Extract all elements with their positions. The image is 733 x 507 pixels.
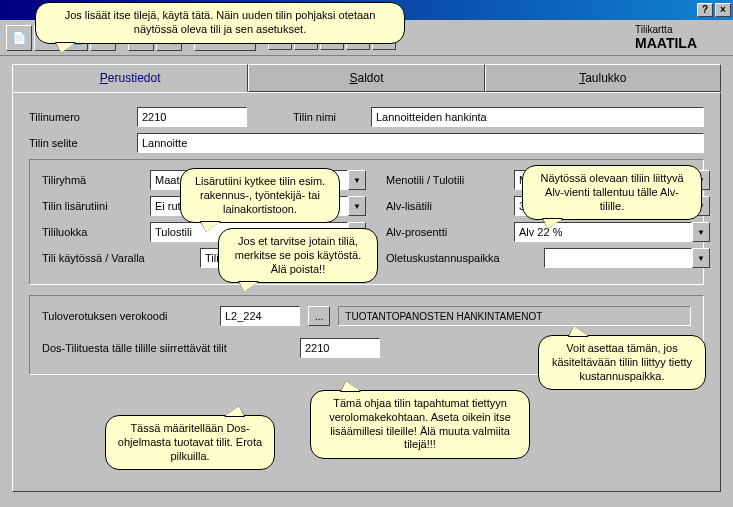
label-tiliryhma: Tiliryhmä: [42, 174, 142, 186]
help-bubble-1: Jos lisäät itse tilejä, käytä tätä. Näin…: [35, 2, 405, 44]
verokoodi-desc: TUOTANTOPANOSTEN HANKINTAMENOT: [338, 306, 691, 326]
label-oletuskustannus: Oletuskustannuspaikka: [386, 252, 536, 264]
dos-tilit-input[interactable]: [300, 338, 380, 358]
help-bubble-7: Tässä määritellään Dos-ohjelmasta tuotav…: [105, 415, 275, 470]
chevron-down-icon[interactable]: ▼: [692, 222, 710, 242]
label-tilin-nimi: Tilin nimi: [293, 111, 363, 123]
verokoodi-browse-button[interactable]: ...: [308, 306, 330, 326]
help-button[interactable]: ?: [697, 3, 713, 17]
oletuskustannus-combo[interactable]: [544, 248, 692, 268]
label-alvlisatili: Alv-lisätili: [386, 200, 506, 212]
chevron-down-icon[interactable]: ▼: [348, 196, 366, 216]
chart-label: Tilikartta: [635, 24, 697, 35]
help-bubble-2: Lisärutiini kytkee tilin esim. rakennus-…: [180, 168, 340, 223]
chevron-down-icon[interactable]: ▼: [348, 170, 366, 190]
label-lisarutiini: Tilin lisärutiini: [42, 200, 142, 212]
close-button[interactable]: ×: [715, 3, 731, 17]
help-bubble-6: Tämä ohjaa tilin tapahtumat tiettyyn ver…: [310, 390, 530, 459]
tilin-nimi-input[interactable]: [371, 107, 704, 127]
help-bubble-4: Näytössä olevaan tiliin liittyvä Alv-vie…: [522, 165, 702, 220]
tilinumero-input[interactable]: [137, 107, 247, 127]
verokoodi-input[interactable]: [220, 306, 300, 326]
label-alvprosentti: Alv-prosentti: [386, 226, 506, 238]
label-tililuokka: Tililuokka: [42, 226, 142, 238]
tab-taulukko[interactable]: Taulukko: [485, 64, 721, 92]
label-tilinumero: Tilinumero: [29, 111, 129, 123]
label-tilikaytossa: Tili käytössä / Varalla: [42, 252, 192, 264]
chart-indicator: Tilikartta MAATILA: [635, 24, 697, 51]
tab-saldot[interactable]: Saldot: [248, 64, 484, 92]
chevron-down-icon[interactable]: ▼: [692, 248, 710, 268]
label-dos-tilituesta: Dos-Tilituesta tälle tilille siirrettävä…: [42, 342, 292, 354]
alvprosentti-combo[interactable]: [514, 222, 692, 242]
label-menotili: Menotili / Tulotili: [386, 174, 506, 186]
label-tuloverotuksen: Tuloverotuksen verokoodi: [42, 310, 212, 322]
label-tilin-selite: Tilin selite: [29, 137, 129, 149]
help-bubble-5: Voit asettaa tämän, jos käsiteltävään ti…: [538, 335, 706, 390]
help-bubble-3: Jos et tarvitse jotain tiliä, merkitse s…: [218, 228, 378, 283]
tab-perustiedot[interactable]: Perustiedot: [12, 64, 248, 92]
chart-name: MAATILA: [635, 35, 697, 51]
tab-strip: Perustiedot Saldot Taulukko: [12, 64, 721, 92]
tilin-selite-input[interactable]: [137, 133, 704, 153]
new-icon[interactable]: 📄: [6, 25, 32, 51]
